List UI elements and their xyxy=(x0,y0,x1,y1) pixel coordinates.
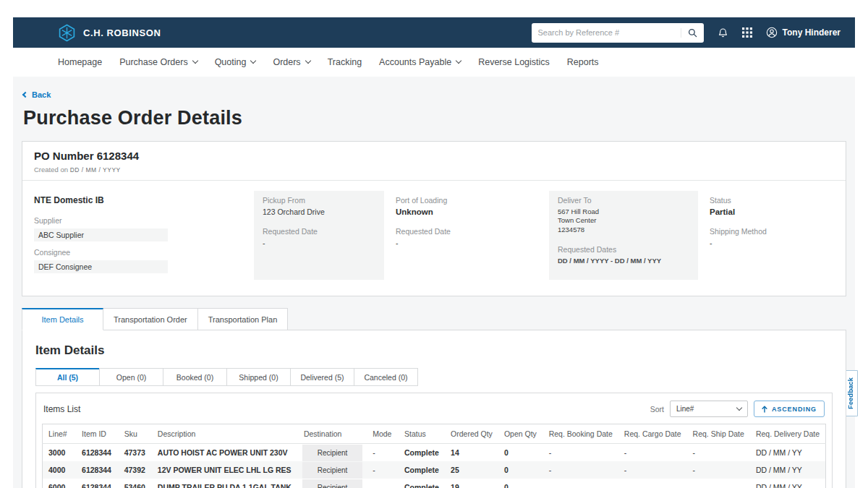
cell-open-qty: 0 xyxy=(498,461,543,479)
status-filter-tabs: All (5)Open (0)Booked (0)Shipped (0)Deli… xyxy=(35,368,838,386)
created-value: DD / MM / YYYY xyxy=(70,166,121,174)
cell-ordered-qty: 14 xyxy=(445,444,498,462)
cell-description: 12V POWER UNIT ELEC LHL LG RES xyxy=(152,461,298,479)
notifications-bell-icon[interactable] xyxy=(718,27,728,38)
cell-line: 6000 xyxy=(43,479,77,488)
cell-req-cargo-date: - xyxy=(618,444,687,462)
user-name: Tony Hinderer xyxy=(783,27,841,38)
table-row[interactable]: 6000612834453460DUMP TRAILER PU DA 1.1GA… xyxy=(43,479,826,488)
column-header-status: Status xyxy=(399,424,445,444)
app-frame: C.H. ROBINSON Tony Hinderer Ho xyxy=(0,0,868,488)
cell-mode: - xyxy=(367,461,399,479)
column-header-description: Description xyxy=(152,424,298,444)
sort-select[interactable]: Line# xyxy=(670,401,748,417)
cell-open-qty: 0 xyxy=(498,444,543,462)
table-row[interactable]: 3000612834447373AUTO HOIST AC POWER UNIT… xyxy=(43,444,826,462)
filter-tab-booked-0[interactable]: Booked (0) xyxy=(163,368,227,386)
items-table: Line#Item IDSkuDescriptionDestinationMod… xyxy=(42,424,826,488)
destination-placeholder: Recipient xyxy=(302,462,362,479)
shipping-method-label: Shipping Method xyxy=(710,227,834,236)
nav-item-label: Reverse Logistics xyxy=(478,57,550,67)
page-title: Purchase Order Details xyxy=(23,107,846,129)
po-col-parties: NTE Domestic IB Supplier ABC Supplier Co… xyxy=(34,191,242,280)
nav-item-label: Tracking xyxy=(328,57,362,67)
filter-tab-shipped-0[interactable]: Shipped (0) xyxy=(226,368,291,386)
cell-req-ship-date: - xyxy=(687,461,750,479)
nav-item-reverse-logistics[interactable]: Reverse Logistics xyxy=(478,57,550,67)
tab-item-details[interactable]: Item Details xyxy=(22,308,103,330)
column-header-req-delivery-date: Req. Delivery Date xyxy=(750,424,826,444)
filter-tab-canceled-0[interactable]: Canceled (0) xyxy=(354,368,418,386)
column-header-req-ship-date: Req. Ship Date xyxy=(687,424,750,444)
column-header-item-id: Item ID xyxy=(76,424,119,444)
cell-sku: 47392 xyxy=(119,461,152,479)
po-col-pickup: Pickup From 123 Orchard Drive Requested … xyxy=(254,191,384,280)
cell-req-booking-date: - xyxy=(543,444,618,462)
back-link[interactable]: Back xyxy=(23,90,51,99)
search-icon[interactable] xyxy=(681,28,697,38)
column-header-destination: Destination xyxy=(298,424,367,444)
cell-mode: - xyxy=(367,479,399,488)
cell-item-id: 6128344 xyxy=(76,444,119,462)
nav-item-label: Homepage xyxy=(58,57,102,67)
nav-item-label: Quoting xyxy=(215,57,247,67)
arrow-up-icon xyxy=(762,406,767,413)
status-value: Partial xyxy=(710,207,834,216)
cell-status: Complete xyxy=(399,461,445,479)
nav-item-accounts-payable[interactable]: Accounts Payable xyxy=(379,57,461,67)
details-section: Item DetailsTransportation OrderTranspor… xyxy=(22,308,846,488)
cell-destination: Recipient xyxy=(298,444,367,462)
tab-transportation-order[interactable]: Transportation Order xyxy=(103,308,198,330)
consignee-label: Consignee xyxy=(34,248,242,257)
items-list-header: Items List Sort Line# ASCE xyxy=(42,399,826,424)
search-input[interactable] xyxy=(538,28,681,37)
cell-item-id: 6128344 xyxy=(76,461,119,479)
user-menu[interactable]: Tony Hinderer xyxy=(766,27,841,38)
cell-status: Complete xyxy=(399,444,445,462)
cell-req-booking-date: - xyxy=(543,479,618,488)
sort-direction-button[interactable]: ASCENDING xyxy=(754,401,825,417)
tab-transportation-plan[interactable]: Transportation Plan xyxy=(197,308,289,330)
po-number: PO Number 6128344 xyxy=(34,150,834,162)
sort-selected-value: Line# xyxy=(676,405,694,413)
brand[interactable]: C.H. ROBINSON xyxy=(58,24,161,42)
search-box xyxy=(532,23,704,43)
requested-dates-value: DD / MM / YYYY - DD / MM / YYY xyxy=(558,257,689,265)
filter-tab-delivered-5[interactable]: Delivered (5) xyxy=(290,368,354,386)
filter-tab-all-5[interactable]: All (5) xyxy=(35,368,100,386)
apps-grid-icon[interactable] xyxy=(742,27,752,38)
port-requested-date-label: Requested Date xyxy=(396,227,537,236)
column-header-sku: Sku xyxy=(119,424,152,444)
user-avatar-icon xyxy=(766,27,778,38)
items-list-title: Items List xyxy=(43,404,80,414)
nav-item-label: Accounts Payable xyxy=(379,57,451,67)
shipping-method-value: - xyxy=(710,239,834,247)
back-label: Back xyxy=(32,90,51,99)
table-row[interactable]: 400061283444739212V POWER UNIT ELEC LHL … xyxy=(43,461,826,479)
cell-ordered-qty: 25 xyxy=(445,461,498,479)
nav-item-label: Reports xyxy=(567,57,599,67)
port-of-loading-value: Unknown xyxy=(396,207,537,216)
nav-item-quoting[interactable]: Quoting xyxy=(215,57,256,67)
cell-destination: Recipient xyxy=(298,479,367,488)
nav-item-homepage[interactable]: Homepage xyxy=(58,57,102,67)
nav-item-tracking[interactable]: Tracking xyxy=(328,57,362,67)
column-header-req-cargo-date: Req. Cargo Date xyxy=(618,424,687,444)
status-label: Status xyxy=(710,196,834,205)
main-nav: HomepagePurchase OrdersQuotingOrdersTrac… xyxy=(13,48,855,77)
column-header-req-booking-date: Req. Booking Date xyxy=(543,424,618,444)
po-detail-grid: NTE Domestic IB Supplier ABC Supplier Co… xyxy=(22,181,846,296)
cell-description: DUMP TRAILER PU DA 1.1GAL TANK xyxy=(152,479,298,488)
created-label: Created on xyxy=(34,166,68,174)
content: Back Purchase Order Details PO Number 61… xyxy=(13,77,855,488)
chevron-down-icon xyxy=(250,58,256,64)
order-type: NTE Domestic IB xyxy=(34,195,242,205)
pickup-from-value: 123 Orchard Drive xyxy=(263,207,375,216)
nav-item-purchase-orders[interactable]: Purchase Orders xyxy=(119,57,197,67)
filter-tab-open-0[interactable]: Open (0) xyxy=(99,368,163,386)
deliver-to-label: Deliver To xyxy=(558,196,689,205)
nav-item-reports[interactable]: Reports xyxy=(567,57,599,67)
cell-item-id: 6128344 xyxy=(76,479,119,488)
nav-item-orders[interactable]: Orders xyxy=(273,57,310,67)
items-table-head-row: Line#Item IDSkuDescriptionDestinationMod… xyxy=(43,424,826,444)
